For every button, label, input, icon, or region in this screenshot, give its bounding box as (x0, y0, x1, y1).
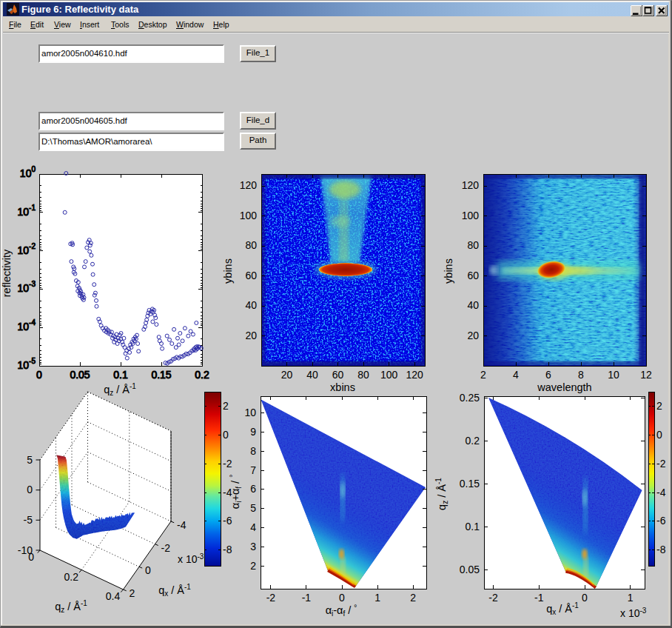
svg-text:60: 60 (245, 270, 257, 281)
svg-text:0: 0 (339, 592, 345, 604)
svg-text:60: 60 (467, 270, 479, 281)
svg-text:10-2: 10-2 (18, 242, 36, 256)
svg-text:0: 0 (36, 369, 42, 381)
svg-text:2: 2 (656, 400, 662, 412)
svg-text:100: 100 (20, 165, 36, 179)
svg-text:80: 80 (245, 239, 257, 251)
svg-text:αi-αf / °: αi-αf / ° (326, 604, 357, 618)
svg-text:120: 120 (240, 179, 258, 191)
svg-text:10: 10 (244, 407, 256, 418)
svg-text:2: 2 (250, 560, 256, 572)
svg-text:2: 2 (480, 369, 486, 381)
svg-text:4: 4 (250, 521, 256, 533)
svg-text:5: 5 (250, 502, 256, 514)
svg-text:0: 0 (656, 429, 662, 441)
svg-text:40: 40 (245, 299, 257, 311)
svg-text:80: 80 (467, 239, 479, 251)
svg-text:0.1: 0.1 (113, 369, 128, 381)
svg-text:100: 100 (240, 210, 258, 221)
svg-text:10: 10 (608, 369, 619, 381)
svg-text:2: 2 (410, 592, 416, 604)
svg-text:120: 120 (462, 179, 480, 191)
svg-text:-1: -1 (534, 592, 544, 604)
svg-text:0.15: 0.15 (151, 369, 171, 381)
svg-text:6: 6 (250, 483, 256, 495)
svg-text:0: 0 (28, 551, 34, 563)
svg-text:qz / Å-1: qz / Å-1 (434, 478, 449, 510)
svg-text:-8: -8 (223, 544, 232, 555)
svg-text:2: 2 (223, 400, 229, 412)
svg-text:20: 20 (467, 330, 479, 341)
svg-text:1: 1 (374, 592, 380, 604)
svg-text:9: 9 (250, 426, 256, 438)
svg-text:0.4: 0.4 (106, 590, 121, 602)
svg-text:x 10-3: x 10-3 (178, 552, 204, 565)
svg-text:8: 8 (578, 369, 584, 381)
svg-text:-2: -2 (656, 458, 666, 470)
svg-text:80: 80 (357, 369, 369, 381)
svg-text:0: 0 (145, 564, 151, 576)
svg-text:0.2: 0.2 (195, 369, 209, 381)
svg-text:20: 20 (245, 330, 257, 341)
svg-text:7: 7 (250, 464, 256, 476)
svg-text:qx / Å-1: qx / Å-1 (158, 583, 191, 598)
svg-text:ybins: ybins (222, 258, 234, 284)
svg-text:0.1: 0.1 (466, 521, 480, 532)
svg-text:0.05: 0.05 (70, 369, 90, 381)
svg-text:-8: -8 (656, 544, 666, 555)
svg-text:10-4: 10-4 (18, 318, 36, 333)
svg-text:40: 40 (306, 369, 318, 381)
svg-text:αi+αf / °: αi+αf / ° (229, 475, 243, 509)
svg-text:-1: -1 (302, 592, 312, 604)
svg-text:4: 4 (513, 369, 519, 381)
svg-text:-6: -6 (656, 515, 666, 527)
svg-text:reflectivity: reflectivity (1, 249, 13, 297)
svg-text:1: 1 (628, 592, 634, 604)
svg-text:-2: -2 (266, 592, 276, 604)
svg-text:0.15: 0.15 (460, 478, 480, 490)
svg-text:0.2: 0.2 (466, 435, 480, 447)
svg-text:10-3: 10-3 (18, 280, 36, 294)
svg-text:-4: -4 (177, 519, 187, 531)
svg-text:40: 40 (467, 299, 479, 311)
svg-text:0: 0 (582, 592, 588, 604)
svg-text:wavelength: wavelength (537, 381, 591, 393)
svg-text:-4: -4 (656, 487, 666, 498)
svg-text:-2: -2 (161, 542, 171, 554)
svg-text:ybins: ybins (443, 258, 454, 284)
svg-text:100: 100 (380, 369, 398, 381)
svg-text:60: 60 (332, 369, 344, 381)
svg-text:6: 6 (545, 369, 551, 381)
svg-text:-2: -2 (488, 592, 498, 604)
svg-text:0: 0 (223, 429, 229, 441)
svg-text:0: 0 (27, 484, 33, 495)
svg-text:0.25: 0.25 (460, 392, 480, 404)
svg-text:qx / Å-1: qx / Å-1 (546, 601, 579, 616)
svg-text:3: 3 (250, 541, 256, 552)
svg-text:-5: -5 (24, 514, 33, 526)
svg-text:12: 12 (640, 369, 652, 381)
svg-text:qz / Å-1: qz / Å-1 (104, 382, 136, 397)
svg-text:0.05: 0.05 (460, 564, 480, 575)
svg-text:120: 120 (406, 369, 424, 381)
svg-text:-2: -2 (223, 458, 232, 470)
svg-text:2: 2 (130, 587, 135, 599)
svg-text:-6: -6 (223, 515, 232, 527)
svg-text:10-5: 10-5 (18, 357, 36, 371)
svg-text:10-1: 10-1 (18, 204, 36, 218)
svg-text:100: 100 (462, 210, 480, 221)
svg-text:0.2: 0.2 (64, 571, 78, 583)
svg-text:x 10-3: x 10-3 (620, 607, 647, 619)
svg-text:xbins: xbins (330, 381, 355, 393)
svg-text:5: 5 (27, 454, 33, 466)
svg-text:8: 8 (250, 445, 256, 457)
svg-text:qz / Å-1: qz / Å-1 (55, 599, 87, 614)
svg-text:20: 20 (281, 369, 293, 381)
